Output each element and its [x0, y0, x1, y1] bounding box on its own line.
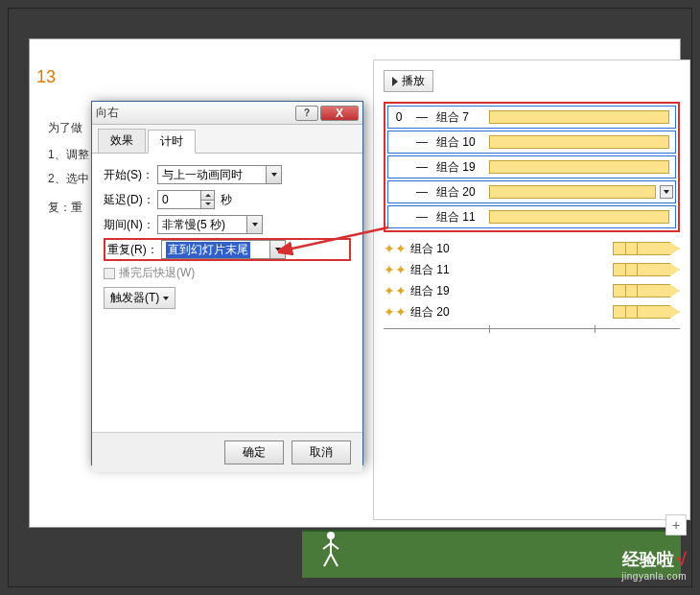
white-overlay-1	[514, 415, 687, 472]
watermark-url: jingyanla.com	[621, 571, 687, 582]
rewind-row[interactable]: 播完后快退(W)	[104, 265, 351, 281]
delay-label: 延迟(D)：	[104, 192, 157, 208]
spinner-buttons[interactable]	[200, 191, 214, 208]
anim-item[interactable]: — 组合 20	[387, 180, 676, 203]
delay-spinner[interactable]: 0	[157, 190, 215, 209]
anim-label: 组合 19	[410, 283, 450, 299]
star-icon: ✦✦	[384, 241, 407, 256]
star-icon: ✦✦	[384, 304, 407, 320]
anim-label: 组合 7	[436, 109, 489, 126]
anim-row[interactable]: ✦✦ 组合 20	[384, 301, 680, 322]
anim-row[interactable]: ✦✦ 组合 11	[384, 259, 680, 280]
cancel-button[interactable]: 取消	[292, 440, 351, 464]
timeline-ruler	[384, 328, 680, 338]
help-button[interactable]: ?	[295, 106, 318, 121]
watermark: 经验啦 √ jingyanla.com	[621, 548, 687, 582]
timing-arrow	[613, 305, 680, 319]
anim-label: 组合 11	[436, 209, 489, 226]
dropdown-icon[interactable]	[660, 185, 673, 199]
tab-effect[interactable]: 效果	[98, 129, 146, 153]
anim-row[interactable]: ✦✦ 组合 19	[384, 280, 680, 301]
repeat-select[interactable]: 直到幻灯片末尾	[161, 240, 286, 259]
anim-label: 组合 20	[410, 304, 450, 321]
start-label: 开始(S)：	[104, 167, 157, 183]
bg-text-1: 为了做	[48, 120, 82, 136]
close-button[interactable]: X	[320, 106, 359, 121]
bg-text-3: 2、选中	[48, 171, 89, 187]
animation-list-highlight: 0 — 组合 7 — 组合 10 — 组合 19 — 组合 20 — 组合	[384, 102, 680, 232]
close-icon: X	[336, 107, 343, 120]
bg-text-2: 1、调整	[48, 147, 89, 163]
svg-line-4	[324, 554, 331, 566]
timing-bar	[489, 110, 669, 124]
svg-line-3	[331, 543, 338, 549]
help-icon: ?	[304, 107, 310, 118]
timing-bar	[489, 135, 669, 149]
timing-bar	[489, 160, 669, 174]
figure-icon	[321, 530, 340, 568]
anim-dash: —	[408, 210, 436, 224]
play-label: 播放	[402, 73, 425, 89]
seconds-label: 秒	[221, 192, 232, 208]
anim-item[interactable]: — 组合 11	[387, 205, 676, 228]
tab-timing[interactable]: 计时	[148, 130, 196, 154]
timing-bar	[489, 185, 656, 199]
rewind-label: 播完后快退(W)	[119, 265, 195, 281]
slide-number: 13	[36, 67, 56, 87]
duration-select[interactable]: 非常慢(5 秒)	[157, 215, 263, 234]
anim-dash: —	[408, 135, 436, 149]
rewind-checkbox[interactable]	[104, 268, 115, 279]
play-button[interactable]: 播放	[384, 70, 433, 92]
white-overlay-2	[600, 480, 687, 518]
trigger-button[interactable]: 触发器(T)	[104, 287, 175, 309]
start-select[interactable]: 与上一动画同时	[157, 165, 282, 184]
star-icon: ✦✦	[384, 262, 407, 277]
dropdown-icon	[269, 241, 285, 258]
anim-dash: —	[408, 160, 436, 174]
repeat-value: 直到幻灯片末尾	[166, 242, 250, 258]
dialog-title: 向右	[96, 105, 293, 121]
animation-list-below: ✦✦ 组合 10 ✦✦ 组合 11 ✦✦ 组合 19 ✦✦ 组合 20	[384, 238, 680, 322]
dropdown-icon	[266, 166, 281, 183]
dialog-tabs: 效果 计时	[92, 125, 362, 154]
plus-icon: +	[672, 517, 680, 533]
start-row: 开始(S)： 与上一动画同时	[104, 163, 351, 186]
check-icon: √	[677, 550, 687, 569]
ok-button[interactable]: 确定	[224, 440, 284, 464]
timing-arrow	[613, 242, 680, 255]
anim-row[interactable]: ✦✦ 组合 10	[384, 238, 680, 259]
anim-item[interactable]: — 组合 19	[387, 155, 676, 178]
duration-row: 期间(N)： 非常慢(5 秒)	[104, 213, 351, 236]
anim-label: 组合 10	[436, 134, 489, 151]
repeat-row-highlight: 重复(R)： 直到幻灯片末尾	[104, 238, 351, 261]
duration-label: 期间(N)：	[104, 217, 157, 233]
trigger-label: 触发器(T)	[110, 290, 159, 306]
anim-label: 组合 10	[410, 241, 450, 257]
start-value: 与上一动画同时	[162, 167, 243, 183]
anim-label: 组合 19	[436, 159, 489, 176]
repeat-label: 重复(R)：	[107, 242, 161, 258]
anim-label: 组合 11	[410, 262, 450, 278]
play-icon	[392, 77, 398, 86]
timing-arrow	[613, 263, 680, 276]
svg-point-0	[327, 532, 335, 539]
anim-label: 组合 20	[436, 184, 489, 201]
dialog-button-bar: 确定 取消	[92, 432, 362, 472]
timing-dialog: 向右 ? X 效果 计时 开始(S)： 与上一动画同时 延迟(D)： 0 秒 期…	[91, 101, 363, 465]
anim-item[interactable]: — 组合 10	[387, 131, 676, 154]
dropdown-icon	[246, 216, 262, 233]
svg-line-2	[323, 543, 331, 549]
delay-value: 0	[162, 193, 169, 206]
duration-value: 非常慢(5 秒)	[162, 217, 225, 233]
anim-dash: —	[408, 110, 436, 124]
anim-item[interactable]: 0 — 组合 7	[387, 106, 676, 129]
anim-index: 0	[390, 110, 408, 124]
star-icon: ✦✦	[384, 283, 407, 298]
zoom-plus-button[interactable]: +	[665, 514, 687, 536]
svg-line-5	[331, 554, 338, 566]
dialog-titlebar[interactable]: 向右 ? X	[92, 102, 362, 125]
dialog-form: 开始(S)： 与上一动画同时 延迟(D)： 0 秒 期间(N)： 非常慢(5 秒…	[92, 154, 362, 432]
timing-bar	[489, 210, 669, 224]
timing-arrow	[613, 284, 680, 298]
anim-dash: —	[408, 185, 436, 199]
